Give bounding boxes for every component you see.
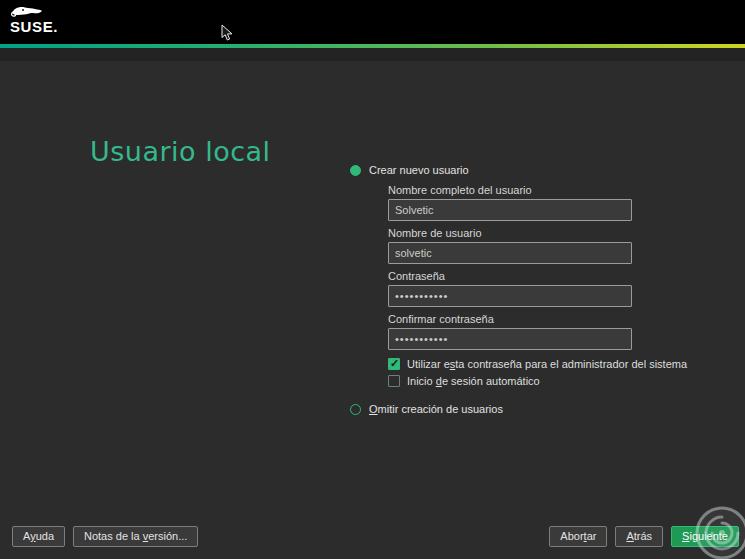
- release-notes-button[interactable]: Notas de la versión...: [73, 526, 198, 547]
- back-button[interactable]: Atrás: [615, 526, 663, 547]
- suse-logo: SUSE.: [10, 4, 58, 34]
- skip-users-radio-label: Omitir creación de usuarios: [369, 403, 503, 415]
- footer-left-buttons: Ayuda Notas de la versión...: [12, 526, 198, 547]
- autologin-row[interactable]: Inicio de sesión automático: [388, 375, 710, 387]
- confirm-password-field: Confirmar contraseña: [388, 313, 710, 350]
- user-fields: Nombre completo del usuario Nombre de us…: [388, 184, 710, 350]
- suse-logo-text: SUSE.: [10, 19, 58, 34]
- password-input[interactable]: [388, 285, 632, 307]
- create-user-radio-label: Crear nuevo usuario: [369, 164, 469, 176]
- skip-users-radio[interactable]: [350, 404, 361, 415]
- admin-password-row[interactable]: Utilizar esta contraseña para el adminis…: [388, 358, 710, 370]
- page-title: Usuario local: [90, 136, 271, 167]
- password-field: Contraseña: [388, 270, 710, 307]
- abort-button[interactable]: Abortar: [549, 526, 607, 547]
- footer-right-buttons: Abortar Atrás Siguiente: [549, 526, 739, 547]
- admin-password-label: Utilizar esta contraseña para el adminis…: [407, 358, 687, 370]
- button-bar: Ayuda Notas de la versión... Abortar Atr…: [12, 526, 739, 547]
- create-user-radio[interactable]: [350, 165, 361, 176]
- suse-geeko-icon: [10, 4, 44, 18]
- help-button[interactable]: Ayuda: [12, 526, 65, 547]
- mouse-cursor: [221, 24, 233, 42]
- local-user-form: Crear nuevo usuario Nombre completo del …: [350, 164, 710, 423]
- confirm-password-label: Confirmar contraseña: [388, 313, 710, 325]
- radio-row-create-user[interactable]: Crear nuevo usuario: [350, 164, 710, 176]
- installer-window: SUSE. Usuario local Crear nuevo usuario …: [0, 0, 745, 559]
- user-options: Utilizar esta contraseña para el adminis…: [388, 358, 710, 387]
- next-button[interactable]: Siguiente: [671, 526, 739, 547]
- radio-row-skip-users[interactable]: Omitir creación de usuarios: [350, 403, 710, 415]
- username-label: Nombre de usuario: [388, 227, 710, 239]
- header-shadow-band: [0, 48, 745, 61]
- autologin-label: Inicio de sesión automático: [407, 375, 540, 387]
- username-field: Nombre de usuario: [388, 227, 710, 264]
- top-bar: SUSE.: [0, 0, 745, 44]
- confirm-password-input[interactable]: [388, 328, 632, 350]
- admin-password-checkbox[interactable]: [388, 358, 400, 370]
- username-input[interactable]: [388, 242, 632, 264]
- fullname-input[interactable]: [388, 199, 632, 221]
- password-label: Contraseña: [388, 270, 710, 282]
- autologin-checkbox[interactable]: [388, 375, 400, 387]
- fullname-field: Nombre completo del usuario: [388, 184, 710, 221]
- fullname-label: Nombre completo del usuario: [388, 184, 710, 196]
